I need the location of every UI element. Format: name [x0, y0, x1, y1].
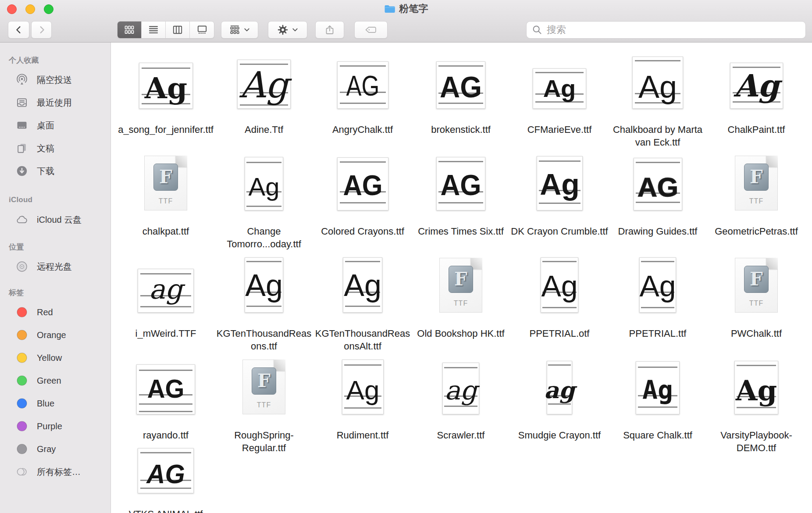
sidebar-item-downloads[interactable]: 下载: [0, 161, 110, 181]
sidebar-section-header: 标签: [9, 288, 24, 298]
tag-purple-dot-icon: [16, 420, 28, 432]
chevron-down-icon: [292, 26, 299, 33]
ttf-file-icon: FTTF: [144, 156, 187, 210]
disc-icon: [16, 260, 28, 273]
guide-line: [340, 103, 386, 104]
file-name-label: Scrawler.ttf: [412, 429, 510, 442]
sidebar-item-tag-blue[interactable]: Blue: [0, 394, 110, 413]
documents-icon: [16, 142, 28, 154]
font-sample-glyph: Ag: [633, 57, 683, 99]
zoom-button[interactable]: [44, 4, 53, 14]
font-preview-icon: Ag: [139, 63, 193, 109]
search-input[interactable]: [546, 24, 800, 36]
font-preview-icon: Ag: [730, 63, 783, 109]
tag-blue-dot-icon: [16, 397, 28, 410]
font-preview-icon: Ag: [541, 257, 578, 313]
sidebar-item-tag-gray[interactable]: Gray: [0, 439, 110, 459]
guide-line: [246, 206, 281, 207]
file-name-label: Rudiment.ttf: [313, 429, 412, 442]
list-view-button[interactable]: [142, 21, 166, 38]
share-icon: [324, 25, 335, 35]
airdrop-icon: [16, 74, 28, 86]
gallery-view-button[interactable]: [190, 21, 214, 38]
ttf-badge: TTF: [144, 197, 187, 205]
sidebar-item-airdrop[interactable]: 隔空投送: [0, 70, 110, 89]
font-f-tile: F: [449, 266, 473, 293]
sidebar-item-tag-yellow[interactable]: Yellow: [0, 348, 110, 367]
tag-icon: [365, 25, 377, 35]
sidebar-item-tag-orange[interactable]: Orange: [0, 325, 110, 345]
font-sample-glyph: AG: [339, 158, 386, 197]
font-sample-glyph: Ag: [537, 157, 582, 196]
minimize-button[interactable]: [25, 4, 35, 14]
font-sample-glyph: AG: [438, 157, 483, 197]
sidebar-item-documents[interactable]: 文稿: [0, 139, 110, 158]
guide-line: [345, 306, 381, 307]
font-preview-icon: Ag: [632, 57, 683, 109]
tag-button[interactable]: [354, 21, 388, 39]
tag-gray-dot-icon: [16, 443, 28, 455]
font-preview-icon: AG: [337, 157, 388, 210]
titlebar[interactable]: 粉笔字: [0, 0, 812, 18]
list-view-icon: [148, 25, 159, 35]
sidebar-item-label: Yellow: [37, 353, 62, 363]
group-by-button[interactable]: [221, 21, 258, 39]
guide-line: [340, 202, 386, 203]
font-preview-icon: ag: [547, 361, 572, 414]
file-name-label: Square Chalk.ttf: [609, 429, 707, 442]
file-name-label: Colored Crayons.ttf: [313, 225, 412, 238]
ttf-file-icon: FTTF: [735, 258, 778, 313]
tag-red-dot-icon: [16, 306, 28, 318]
close-button[interactable]: [7, 4, 17, 14]
file-name-label: Smudgie Crayon.ttf: [510, 429, 609, 442]
font-preview-icon: ag: [138, 269, 194, 313]
sidebar-item-recents[interactable]: 最近使用: [0, 93, 110, 112]
ttf-badge: TTF: [735, 197, 778, 205]
font-preview-icon: AG: [436, 157, 485, 210]
font-sample-glyph: Ag: [640, 258, 676, 298]
search-icon: [532, 25, 542, 35]
sidebar-item-label: iCloud 云盘: [37, 214, 82, 226]
window-header: 粉笔字: [0, 0, 812, 43]
search-field: [526, 21, 806, 39]
sidebar-item-all-tags[interactable]: 所有标签…: [0, 462, 110, 481]
file-name-label: Old Bookshop HK.ttf: [412, 327, 510, 340]
forward-button[interactable]: [31, 21, 52, 39]
recents-icon: [16, 96, 28, 109]
font-sample-glyph: Ag: [541, 258, 578, 298]
action-menu-button[interactable]: [268, 21, 307, 39]
sidebar-item-remote-disc[interactable]: 远程光盘: [0, 257, 110, 276]
font-sample-glyph: Ag: [533, 69, 586, 98]
font-sample-glyph: Ag: [245, 157, 283, 196]
guide-line: [539, 203, 581, 204]
share-button[interactable]: [315, 21, 344, 39]
sidebar-item-desktop[interactable]: 桌面: [0, 116, 110, 135]
font-f-tile: F: [153, 164, 178, 191]
file-name-label: Chalkboard by Marta van Eck.ttf: [609, 123, 707, 149]
font-preview-icon: Ag: [537, 156, 583, 210]
sidebar-item-tag-purple[interactable]: Purple: [0, 417, 110, 436]
font-sample-glyph: Ag: [238, 60, 290, 99]
sidebar-item-tag-green[interactable]: Green: [0, 371, 110, 390]
icon-view-button[interactable]: [118, 21, 142, 38]
column-view-button[interactable]: [166, 21, 190, 38]
sidebar-item-label: Red: [37, 307, 53, 317]
font-f-tile: F: [744, 164, 769, 191]
guide-line: [444, 406, 477, 407]
font-preview-icon: AG: [136, 364, 195, 414]
font-sample-glyph: Ag: [139, 63, 192, 100]
font-sample-glyph: AG: [342, 62, 383, 97]
font-preview-icon: Ag: [245, 157, 283, 210]
back-button[interactable]: [8, 21, 29, 39]
guide-line: [542, 307, 576, 308]
sidebar-item-label: 隔空投送: [37, 74, 72, 86]
sidebar-item-icloud-drive[interactable]: iCloud 云盘: [0, 210, 110, 229]
sidebar-item-tag-red[interactable]: Red: [0, 303, 110, 322]
file-name-label: KGTenThousandReasons.ttf: [215, 327, 313, 353]
font-sample-glyph: AG: [139, 365, 193, 399]
ttf-badge: TTF: [439, 299, 482, 307]
file-grid[interactable]: Aga_song_for_jennifer.ttfAgAdine.TtfAGAn…: [110, 42, 812, 513]
sidebar-item-label: 下载: [37, 165, 54, 177]
sidebar-section-header: 位置: [9, 242, 24, 252]
file-name-label: Crimes Times Six.ttf: [412, 225, 510, 238]
